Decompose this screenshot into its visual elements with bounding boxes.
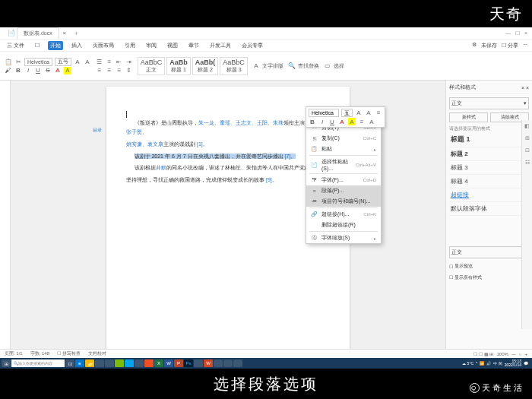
mini-highlight[interactable]: A (348, 118, 356, 125)
tb-app-11[interactable] (194, 359, 203, 367)
vt-icon-4[interactable]: ☷ (524, 160, 531, 167)
tb-app-3[interactable] (115, 359, 124, 367)
indent-inc-icon[interactable]: ⇥ (125, 58, 133, 65)
menu-reference[interactable]: 引用 (122, 41, 138, 50)
page-indicator[interactable]: 页面: 1/1 (5, 350, 23, 357)
line-spacing-icon[interactable]: ⇕ (125, 66, 133, 74)
tb-app-8[interactable]: W (164, 359, 173, 367)
vt-icon-2[interactable]: ⊞ (524, 135, 531, 143)
menu-vip[interactable]: 会员专享 (239, 41, 265, 50)
menu-devtools[interactable]: 开发工具 (207, 41, 233, 50)
bullets-icon[interactable]: ☰ (96, 58, 103, 65)
cm-copy[interactable]: ⎘复制(C)Ctrl+C (306, 133, 381, 144)
style-item-h4[interactable]: 标题 4↲ (449, 175, 529, 188)
paragraph-4[interactable]: 该剧根据井默的同名小说改编，讲述了林楠笙、朱怡贞等人在中国共产党的指引下 (126, 163, 330, 173)
panel-close-icon[interactable]: × × (521, 85, 529, 90)
indent-dec-icon[interactable]: ⇤ (116, 58, 123, 65)
cm-hyperlink[interactable]: 🔗超链接(H)...Ctrl+K (306, 209, 381, 220)
cm-remove-link[interactable]: 删除超链接(R) (306, 220, 381, 230)
style-h3[interactable]: AaBbC标题 3 (220, 57, 248, 75)
paste-icon[interactable]: 📋 (5, 58, 12, 65)
vt-icon-1[interactable]: ◧ (524, 123, 531, 131)
tb-app-1[interactable] (95, 359, 104, 367)
doc-proof[interactable]: 文档校对 (88, 350, 106, 357)
tb-app-7[interactable]: X (154, 359, 163, 367)
tb-app-13[interactable] (223, 359, 233, 367)
tb-app-9[interactable]: P (174, 359, 183, 367)
minimize-button[interactable]: — (505, 30, 511, 36)
mini-grow-icon[interactable]: A (355, 109, 363, 117)
text-layout-icon[interactable]: A (252, 62, 260, 70)
tb-explorer[interactable]: 📁 (85, 359, 94, 367)
show-all-checkbox[interactable]: ☐ 显示所有样式 (449, 274, 529, 281)
find-icon[interactable]: 🔍 (288, 62, 296, 70)
style-h1[interactable]: AaBb标题 1 (166, 57, 191, 75)
shrink-font-icon[interactable]: A (84, 58, 91, 65)
style-item-h2[interactable]: 标题 2↲ (449, 147, 529, 161)
new-tab-button[interactable]: + (70, 30, 83, 37)
paragraph-5[interactable]: 坚持理想，寻找正确的救国道路，完成信仰蜕变成长的故事 [9]。 (126, 176, 330, 185)
cm-font[interactable]: ℉字体(F)...Ctrl+D (306, 175, 381, 185)
taskbar-search[interactable]: 🔍 输入你要搜索的内容 (11, 359, 65, 367)
font-color-icon[interactable]: A (54, 67, 62, 74)
tb-app-5[interactable] (135, 359, 144, 367)
tb-wps[interactable]: W (204, 359, 213, 367)
tb-app-2[interactable] (105, 359, 114, 367)
cm-paragraph[interactable]: ≡段落(P)... (306, 185, 381, 196)
tray-net-icon[interactable]: 📶 (480, 361, 484, 366)
doc-tab-active[interactable]: 数据表.docx (17, 27, 59, 39)
mini-bold[interactable]: B (309, 118, 316, 125)
tb-app-12[interactable] (214, 359, 223, 367)
zoom-out[interactable]: — (511, 352, 516, 356)
highlight-icon[interactable]: A (64, 67, 71, 74)
align-left-icon[interactable]: ≡ (96, 66, 103, 74)
tb-app-4[interactable] (125, 359, 134, 367)
start-button[interactable]: ⊞ (2, 359, 11, 367)
style-filter-select[interactable]: 正文▾ (449, 246, 529, 258)
weather[interactable]: ☁ 5°C (462, 361, 473, 366)
maximize-button[interactable]: ☐ (515, 30, 520, 36)
share-button[interactable]: ☐ 分享 (502, 42, 518, 49)
menu-review[interactable]: 审阅 (144, 41, 159, 50)
preview-checkbox[interactable]: ☐显示预览 (449, 263, 529, 270)
menu-start[interactable]: 开始 (48, 41, 63, 50)
notif-icon[interactable]: 💬 (524, 361, 528, 366)
new-style-button[interactable]: 新样式 (449, 112, 488, 122)
paragraph-1[interactable]: 《叛逆者》是山周勤执导，朱一龙、童瑶、王志文、王阳、朱珠领衔主演，李强、张子贤、 (126, 119, 330, 137)
taskbar-clock[interactable]: 15:132022/1/14 (505, 359, 521, 367)
cm-paste-special[interactable]: 📄选择性粘贴(S)...Ctrl+Alt+V (306, 157, 381, 173)
mini-font-select[interactable]: Helvetica (309, 109, 339, 117)
zoom-level[interactable]: 100% (497, 352, 508, 356)
close-button[interactable]: × (524, 30, 527, 36)
view-buttons[interactable]: ☐ ☐ ▦ ⊞ (473, 351, 493, 356)
tray-vol-icon[interactable]: 🔊 (486, 361, 491, 366)
font-name-select[interactable]: Helvetica (24, 58, 52, 66)
tray-ime[interactable]: 中 简 (493, 361, 502, 366)
style-item-link[interactable]: 超链接a (449, 188, 529, 202)
mini-italic[interactable]: I (318, 118, 326, 125)
mini-shrink-icon[interactable]: A (365, 109, 372, 117)
cm-bullets-numbering[interactable]: ≔项目符号和编号(N)... (306, 196, 381, 207)
mini-size-select[interactable]: 五 (341, 109, 353, 117)
style-normal[interactable]: AaBbC正文 (138, 57, 166, 75)
word-count[interactable]: 字数: 148 (30, 350, 49, 357)
paragraph-2[interactable]: 姚安濂、袁文康主演的谍战剧 [1]。 (126, 140, 330, 149)
paragraph-3-selected[interactable]: 该剧于 2021 年 6 月 7 日在央视八套播出，并在爱奇艺同步播出 [7]。 (126, 152, 330, 161)
cm-paste[interactable]: 📋粘贴▸ (306, 144, 381, 154)
mini-align[interactable]: ≡ (358, 118, 366, 125)
format-painter-icon[interactable]: 🖌 (5, 67, 12, 74)
italic-button[interactable]: I (24, 67, 32, 74)
mini-font-color[interactable]: A (338, 118, 346, 125)
menu-view[interactable]: 视图 (165, 41, 180, 50)
style-item-default-font[interactable]: 默认段落字体a (449, 202, 529, 216)
zoom-in[interactable]: + (524, 352, 527, 356)
strike-button[interactable]: S (44, 67, 52, 74)
numbering-icon[interactable]: ≡ (106, 58, 113, 65)
system-tray[interactable]: ☁ 5°C ^ 📶 🔊 中 简 15:132022/1/14 💬 (462, 359, 530, 367)
cm-font-scale[interactable]: Ⓐ字体缩放(S)▸ (306, 233, 381, 243)
menu-settings-icon[interactable]: ⚙ (472, 42, 477, 49)
spell-check[interactable]: ☐ 拼写检查 (57, 350, 81, 357)
bold-button[interactable]: B (14, 67, 22, 74)
font-size-select[interactable]: 五号 (55, 58, 71, 66)
tb-task-view[interactable]: ⊡ (65, 359, 74, 367)
